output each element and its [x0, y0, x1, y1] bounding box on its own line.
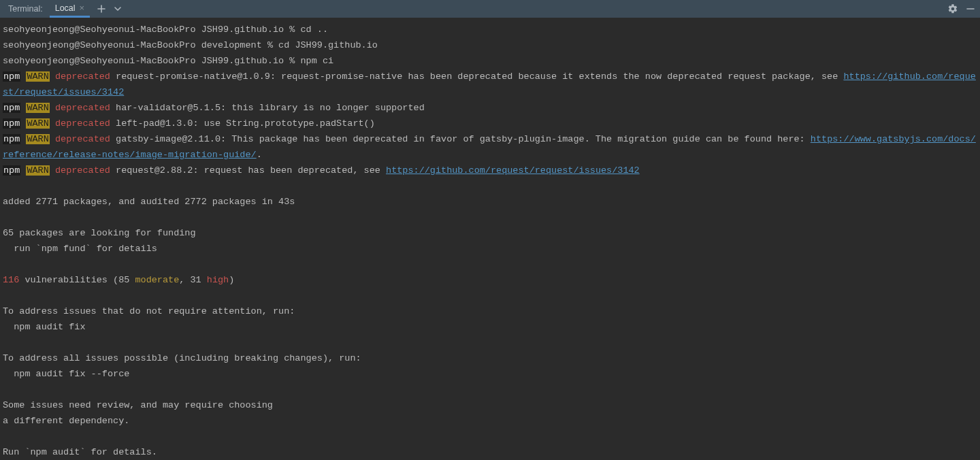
address-cmd: npm audit fix — [3, 322, 86, 332]
warn-text: har-validator@5.1.5: this library is no … — [110, 103, 425, 113]
new-tab-button[interactable] — [97, 4, 106, 14]
chevron-down-icon — [113, 4, 122, 14]
prompt: seohyeonjeong@Seohyeonui-MacBookPro JSH9… — [3, 24, 301, 35]
warn-tag: WARN — [26, 103, 49, 113]
vuln-text: vulnerabilities (85 — [19, 275, 135, 285]
warn-tag: WARN — [26, 118, 49, 129]
warn-text: gatsby-image@2.11.0: This package has be… — [110, 134, 811, 144]
funding-line: run `npm fund` for details — [3, 244, 157, 254]
terminal-output[interactable]: seohyeonjeong@Seohyeonui-MacBookPro JSH9… — [0, 18, 980, 460]
minimize-button[interactable] — [965, 3, 976, 14]
audit-line: Run `npm audit` for details. — [3, 447, 157, 457]
link-github-issue[interactable]: https://github.com/request/request/issue… — [386, 165, 640, 176]
npm-tag: npm — [3, 118, 20, 129]
warn-text: request@2.88.2: request has been depreca… — [110, 165, 386, 176]
funding-line: 65 packages are looking for funding — [3, 228, 196, 238]
close-icon[interactable]: × — [80, 3, 85, 12]
settings-button[interactable] — [947, 3, 958, 14]
warn-text: request-promise-native@1.0.9: request-pr… — [110, 71, 843, 82]
npm-tag: npm — [3, 165, 20, 176]
warn-text: . — [257, 150, 262, 160]
warn-tag: WARN — [26, 134, 49, 144]
command-text: npm ci — [301, 56, 334, 66]
vuln-text: ) — [229, 275, 234, 285]
prompt: seohyeonjeong@Seohyeonui-MacBookPro deve… — [3, 40, 278, 50]
review-line: a different dependency. — [3, 416, 129, 426]
review-line: Some issues need review, and may require… — [3, 400, 273, 410]
warn-tag: WARN — [26, 165, 49, 176]
deprecated-label: deprecated — [55, 103, 110, 113]
minimize-icon — [965, 3, 976, 14]
command-text: cd JSH99.github.io — [278, 40, 378, 50]
gear-icon — [947, 3, 958, 14]
address-cmd: npm audit fix --force — [3, 369, 129, 379]
deprecated-label: deprecated — [55, 134, 110, 144]
terminal-titlebar: Terminal: Local × — [0, 0, 980, 18]
npm-tag: npm — [3, 134, 20, 144]
warn-text: left-pad@1.3.0: use String.prototype.pad… — [110, 118, 375, 129]
vuln-moderate: moderate — [135, 275, 179, 285]
plus-icon — [97, 4, 106, 14]
vuln-text: , 31 — [179, 275, 207, 285]
vuln-high: high — [207, 275, 229, 285]
summary-added: added 2771 packages, and audited 2772 pa… — [3, 197, 295, 207]
address-line: To address all issues possible (includin… — [3, 353, 361, 363]
tab-dropdown-button[interactable] — [113, 4, 122, 14]
address-line: To address issues that do not require at… — [3, 306, 295, 316]
deprecated-label: deprecated — [55, 71, 110, 82]
terminal-tab-local[interactable]: Local × — [50, 0, 90, 18]
terminal-label: Terminal: — [4, 4, 47, 14]
prompt: seohyeonjeong@Seohyeonui-MacBookPro JSH9… — [3, 56, 301, 66]
warn-tag: WARN — [26, 71, 49, 82]
vuln-count: 116 — [3, 275, 19, 285]
tab-label: Local — [55, 3, 76, 13]
deprecated-label: deprecated — [55, 118, 110, 129]
command-text: cd .. — [301, 24, 329, 35]
npm-tag: npm — [3, 103, 20, 113]
deprecated-label: deprecated — [55, 165, 110, 176]
npm-tag: npm — [3, 71, 20, 82]
